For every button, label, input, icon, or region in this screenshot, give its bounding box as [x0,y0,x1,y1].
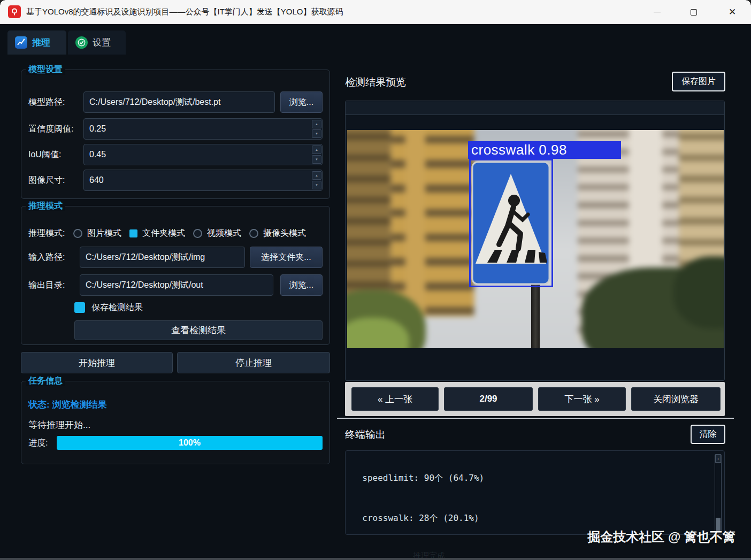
confidence-value: 0.25 [89,124,106,134]
detection-label: crosswalk 0.98 [468,141,621,159]
chart-line-icon [15,36,27,49]
save-results-checkbox[interactable] [74,302,85,313]
detection-bounding-box [469,159,553,287]
image-viewer: crosswalk 0.98 [345,101,725,381]
title-bar: 基于YOLOv8的交通标识及设施识别项目——公众号【IT掌门人】发送【YOLO】… [0,0,751,24]
radio-image-mode[interactable]: 图片模式 [73,228,121,239]
check-circle-icon [75,36,88,49]
terminal-title: 终端输出 [345,428,386,442]
watermark-text: 掘金技术社区 @ 篱也不篱 [587,528,735,546]
group-model-settings-title: 模型设置 [26,64,65,75]
preview-title: 检测结果预览 [345,75,406,89]
browser-nav-strip: « 上一张 2/99 下一张 » 关闭浏览器 [345,382,725,416]
save-results-label[interactable]: 保存检测结果 [91,297,143,318]
radio-folder-mode[interactable]: 文件夹模式 [129,228,185,239]
image-size-spin-down[interactable]: ▼ [312,181,321,189]
app-window: 基于YOLOv8的交通标识及设施识别项目——公众号【IT掌门人】发送【YOLO】… [0,0,751,560]
radio-checked-icon [129,229,137,237]
viewer-header-strip [346,101,724,115]
model-path-input[interactable]: C:/Users/712/Desktop/测试/best.pt [83,91,275,113]
image-size-spinbox[interactable]: 640 ▲▼ [83,170,323,191]
terminal-output[interactable]: speedlimit: 90个 (64.7%) crosswalk: 28个 (… [345,450,725,535]
close-icon: ✕ [729,6,736,18]
iou-label: IoU阈值: [28,144,61,165]
detection-photo: crosswalk 0.98 [347,130,724,348]
group-inference-mode-title: 推理模式 [26,201,65,211]
prev-image-button[interactable]: « 上一张 [351,387,439,411]
start-inference-button[interactable]: 开始推理 [21,352,173,373]
radio-video-mode[interactable]: 视频模式 [193,228,241,239]
minimize-icon [654,12,661,12]
radio-circle-icon [73,229,82,238]
image-size-spin-up[interactable]: ▲ [312,171,321,180]
iou-spin-down[interactable]: ▼ [312,155,321,164]
radio-image-mode-label: 图片模式 [87,228,121,239]
model-browse-button[interactable]: 浏览... [280,91,323,113]
status-text: 状态: 浏览检测结果 [28,398,106,411]
clear-terminal-button[interactable]: 清除 [691,425,725,444]
waiting-text: 等待推理开始... [28,419,90,431]
tab-settings-label: 设置 [93,36,111,49]
radio-circle-icon [249,229,258,238]
close-browser-button[interactable]: 关闭浏览器 [631,387,721,411]
terminal-lines: speedlimit: 90个 (64.7%) crosswalk: 28个 (… [352,450,710,535]
confidence-spin-up[interactable]: ▲ [312,120,321,128]
model-path-label: 模型路径: [28,91,65,113]
section-divider [337,418,734,419]
iou-spin-up[interactable]: ▲ [312,145,321,154]
group-task-info: 任务信息 状态: 浏览检测结果 等待推理开始... 进度: 100% [21,381,330,464]
output-browse-button[interactable]: 浏览... [280,274,323,296]
terminal-line: speedlimit: 90个 (64.7%) [352,471,710,485]
group-task-info-title: 任务信息 [26,375,65,386]
scroll-up-arrow-icon[interactable]: ▪ [715,455,721,463]
confidence-spin-down[interactable]: ▼ [312,129,321,138]
radio-camera-mode[interactable]: 摄像头模式 [249,228,306,239]
image-size-label: 图像尺寸: [28,170,65,191]
progress-value: 100% [179,438,201,448]
close-button[interactable]: ✕ [720,0,745,24]
window-title: 基于YOLOv8的交通标识及设施识别项目——公众号【IT掌门人】发送【YOLO】… [26,7,343,17]
progress-label: 进度: [28,435,48,451]
choose-folder-button[interactable]: 选择文件夹... [250,247,323,268]
tab-inference[interactable]: 推理 [7,30,66,55]
confidence-spinbox[interactable]: 0.25 ▲▼ [83,118,323,140]
iou-spinbox[interactable]: 0.45 ▲▼ [83,144,323,165]
output-dir-label: 输出目录: [28,274,65,296]
maximize-button[interactable] [681,0,706,24]
terminal-line: crosswalk: 28个 (20.1%) [352,511,710,525]
group-inference-mode: 推理模式 推理模式: 图片模式 文件夹模式 视频模式 摄像头模式 输入路径: C… [21,206,330,345]
group-model-settings: 模型设置 模型路径: C:/Users/712/Desktop/测试/best.… [21,70,330,199]
radio-circle-icon [193,229,202,238]
terminal-scrollbar[interactable]: ▪ [715,454,722,532]
next-image-button[interactable]: 下一张 » [538,387,626,411]
tab-inference-label: 推理 [32,36,50,49]
image-counter: 2/99 [444,387,533,411]
radio-video-mode-label: 视频模式 [207,228,241,239]
maximize-icon [691,9,697,16]
mode-row-label: 推理模式: [28,223,65,244]
radio-camera-mode-label: 摄像头模式 [263,228,306,239]
input-path-label: 输入路径: [28,247,65,268]
minimize-button[interactable] [645,0,669,24]
input-path-input[interactable]: C:/Users/712/Desktop/测试/img [80,247,245,268]
iou-value: 0.45 [89,150,106,159]
window-bottom-edge [0,558,751,560]
app-logo-icon [8,5,21,18]
sign-pole [531,284,540,348]
image-size-value: 640 [89,175,104,185]
output-dir-input[interactable]: C:/Users/712/Desktop/测试/out [80,274,273,296]
view-results-button[interactable]: 查看检测结果 [74,320,323,340]
save-image-button[interactable]: 保存图片 [672,72,725,91]
radio-folder-mode-label: 文件夹模式 [142,228,185,239]
progress-bar: 100% [57,436,323,450]
confidence-label: 置信度阈值: [28,118,73,140]
tab-settings[interactable]: 设置 [68,30,126,55]
stop-inference-button[interactable]: 停止推理 [177,352,330,373]
